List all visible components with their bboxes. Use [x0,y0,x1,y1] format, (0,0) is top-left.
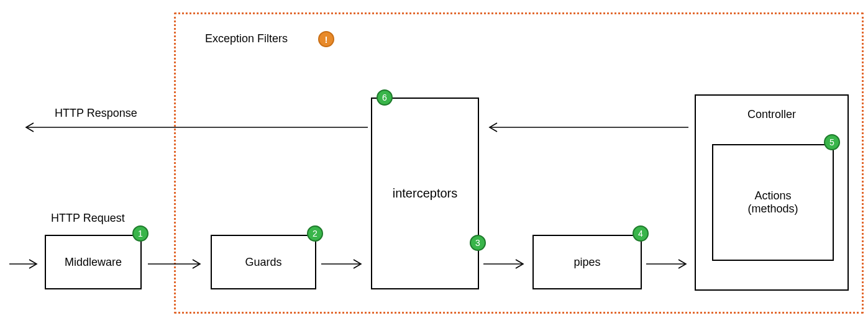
badge-5: 5 [824,134,840,150]
request-lifecycle-diagram: Exception Filters ! HTTP Response HTTP R… [0,0,868,318]
badge-3: 3 [470,235,486,251]
badge-4: 4 [633,225,649,242]
interceptors-label: interceptors [393,186,458,201]
controller-title: Controller [696,108,847,121]
pipes-label: pipes [573,256,600,269]
arrow-controller-interceptors [483,121,695,134]
arrow-in-middleware [9,258,43,270]
arrow-middleware-guards [148,258,207,270]
pipes-box: pipes [532,235,642,289]
arrow-http-response-out [20,121,371,134]
badge-2: 2 [307,225,323,242]
middleware-box: Middleware [45,235,142,289]
badge-1: 1 [132,225,148,242]
guards-box: Guards [211,235,316,289]
http-request-label: HTTP Request [51,212,125,225]
http-response-label: HTTP Response [55,107,137,120]
guards-label: Guards [245,256,281,269]
interceptors-box: interceptors [371,98,479,289]
actions-label: Actions (methods) [747,189,798,216]
exception-filters-label: Exception Filters [205,32,288,45]
arrow-interceptors-pipes [483,258,532,270]
arrow-guards-interceptors [321,258,370,270]
badge-6: 6 [377,89,393,106]
warn-icon: ! [318,31,334,47]
controller-box: Controller Actions (methods) [695,94,849,291]
arrow-pipes-controller [646,258,695,270]
middleware-label: Middleware [65,256,122,269]
actions-box: Actions (methods) [712,144,834,261]
